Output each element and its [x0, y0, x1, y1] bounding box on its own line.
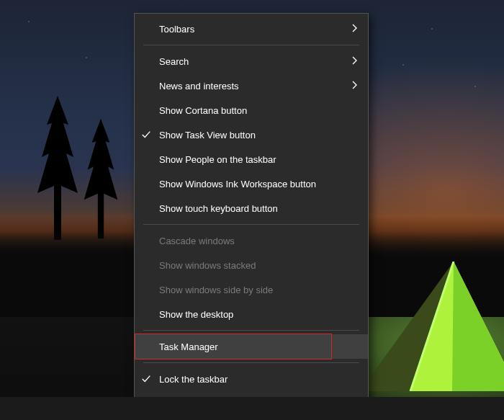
icon-placeholder [140, 153, 152, 165]
icon-placeholder [140, 235, 152, 246]
svg-marker-4 [452, 262, 504, 391]
icon-placeholder [140, 80, 152, 91]
menu-separator [143, 330, 359, 331]
menu-separator [143, 362, 359, 363]
menu-separator [143, 224, 359, 225]
desktop-wallpaper: ToolbarsSearchNews and interestsShow Cor… [0, 0, 504, 420]
icon-placeholder [140, 104, 152, 116]
chevron-right-icon [351, 24, 358, 35]
menu-item-stacked: Show windows stacked [135, 253, 368, 277]
icon-placeholder [140, 178, 152, 189]
icon-placeholder [140, 23, 152, 35]
menu-item-taskmgr[interactable]: Task Manager [135, 334, 368, 359]
menu-item-cascade: Cascade windows [135, 228, 368, 253]
menu-item-cortana[interactable]: Show Cortana button [135, 98, 368, 122]
check-icon [140, 373, 152, 385]
menu-item-people[interactable]: Show People on the taskbar [135, 147, 368, 171]
icon-placeholder [140, 308, 152, 320]
icon-placeholder [140, 55, 152, 67]
menu-item-label: Show People on the taskbar [159, 154, 358, 165]
menu-item-sidebyside: Show windows side by side [135, 277, 368, 302]
menu-item-label: Task Manager [159, 341, 358, 352]
menu-item-label: Search [159, 56, 351, 67]
menu-item-label: Show windows stacked [159, 260, 358, 271]
menu-item-label: News and interests [159, 81, 351, 91]
menu-item-label: Show windows side by side [159, 285, 358, 295]
menu-item-label: Toolbars [159, 24, 351, 35]
chevron-right-icon [351, 81, 358, 91]
menu-item-label: Show the desktop [159, 309, 358, 320]
menu-item-showdesktop[interactable]: Show the desktop [135, 302, 368, 326]
menu-item-label: Cascade windows [159, 236, 358, 246]
menu-item-label: Show Windows Ink Workspace button [159, 179, 358, 189]
taskbar[interactable] [0, 397, 504, 420]
menu-item-news[interactable]: News and interests [135, 73, 368, 98]
menu-item-label: Show Cortana button [159, 105, 358, 116]
icon-placeholder [140, 341, 152, 352]
menu-item-label: Lock the taskbar [159, 374, 358, 385]
menu-item-label: Show Task View button [159, 130, 358, 140]
menu-item-ink[interactable]: Show Windows Ink Workspace button [135, 171, 368, 196]
check-icon [140, 129, 152, 140]
menu-item-lock[interactable]: Lock the taskbar [135, 367, 368, 391]
chevron-right-icon [351, 56, 358, 67]
taskbar-context-menu: ToolbarsSearchNews and interestsShow Cor… [134, 13, 369, 419]
menu-item-label: Show touch keyboard button [159, 203, 358, 214]
icon-placeholder [140, 202, 152, 214]
icon-placeholder [140, 259, 152, 271]
menu-item-taskview[interactable]: Show Task View button [135, 122, 368, 147]
menu-item-search[interactable]: Search [135, 49, 368, 73]
menu-item-touchkb[interactable]: Show touch keyboard button [135, 196, 368, 220]
wallpaper-tent [353, 262, 504, 391]
menu-item-toolbars[interactable]: Toolbars [135, 17, 368, 41]
menu-separator [143, 45, 359, 45]
icon-placeholder [140, 284, 152, 295]
